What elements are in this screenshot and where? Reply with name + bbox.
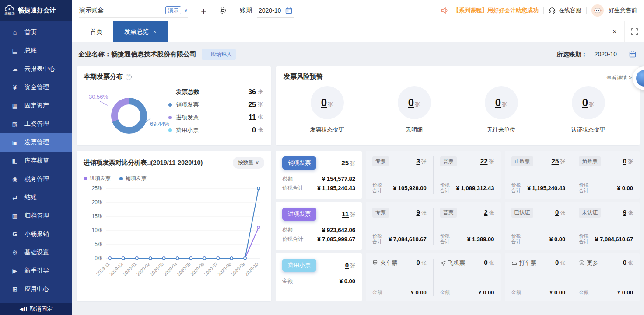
count-link[interactable]: 22 <box>480 157 488 165</box>
risk-unit: 张 <box>502 101 507 108</box>
calendar-icon[interactable] <box>629 51 636 58</box>
invoice-sub-panel: 火车票0张金额¥ 0.00飞机票0张金额¥ 0.00 <box>366 253 501 301</box>
sidebar-item-settings[interactable]: ⚙基础设置 <box>0 243 72 262</box>
cell-value: ¥ 0.00 <box>411 289 427 296</box>
svg-text:2020-07: 2020-07 <box>203 261 219 277</box>
sidebar-item-home[interactable]: ⌂首页 <box>0 23 72 42</box>
sidebar-item-label: 归档管理 <box>24 212 49 220</box>
tab-close-icon[interactable]: × <box>153 28 157 35</box>
avatar[interactable] <box>592 4 604 17</box>
promo-link[interactable]: 【系列课程】用好好会计助您成功 <box>453 7 539 14</box>
count-link[interactable]: 2 <box>484 208 487 216</box>
settings-icon: ⚙ <box>11 249 19 256</box>
sidebar-item-expense[interactable]: G小畅报销 <box>0 225 72 243</box>
count-unit: 张 <box>560 210 565 216</box>
legend-dot-icon <box>168 103 172 107</box>
sidebar-item-funds[interactable]: ¥资金管理 <box>0 78 72 97</box>
count-unit: 张 <box>421 260 427 266</box>
risk-item[interactable]: 0张认证状态变更 <box>545 86 632 134</box>
count-link[interactable]: 11 <box>342 210 349 218</box>
sidebar-item-guide[interactable]: ▶新手引导 <box>0 262 72 280</box>
count-link[interactable]: 0 <box>345 261 349 269</box>
unpin-bars-icon <box>24 307 27 311</box>
cell-label: 价税 合计 <box>579 182 588 194</box>
count-link[interactable]: 0 <box>555 208 559 216</box>
help-icon[interactable]: ? <box>126 74 132 80</box>
risk-count[interactable]: 0 <box>495 97 501 109</box>
svg-text:5张: 5张 <box>94 241 103 247</box>
sidebar-item-tax[interactable]: ◉税务管理 <box>0 170 72 188</box>
count-link[interactable]: 0 <box>555 259 559 266</box>
headset-icon <box>549 7 556 14</box>
chevron-down-icon[interactable]: ∨ <box>184 7 188 13</box>
count-link[interactable]: 0 <box>623 259 626 266</box>
view-details-link[interactable]: 查看详情 > <box>606 74 632 82</box>
cell-name: 飞机票 <box>440 259 465 267</box>
brand-name: 畅捷通好会计 <box>18 7 56 14</box>
svg-text:0张: 0张 <box>94 255 103 261</box>
calendar-icon[interactable] <box>285 7 292 14</box>
count-link[interactable]: 9 <box>416 208 420 216</box>
sidebar-item-closing[interactable]: ⇄结账 <box>0 188 72 207</box>
risk-count[interactable]: 0 <box>408 97 414 109</box>
invoice-row: 进项发票11张税额¥ 923,642.06价税合计¥ 7,085,999.67专… <box>276 202 640 250</box>
invoice-type-badge[interactable]: 销项发票 <box>282 156 316 170</box>
risk-circle: 0张 <box>398 86 431 119</box>
divider <box>586 7 587 14</box>
user-label[interactable]: 好生意售前 <box>609 7 637 14</box>
stat-label: 金额 <box>282 277 293 286</box>
close-all-icon[interactable]: × <box>605 21 624 42</box>
invoice-type-badge[interactable]: 进项发票 <box>282 208 316 221</box>
risk-count[interactable]: 0 <box>582 97 588 109</box>
sidebar-item-invoice[interactable]: ▣发票管理 <box>0 133 72 152</box>
by-quantity-dropdown[interactable]: 按数量 ∨ <box>233 157 264 169</box>
count-link[interactable]: 25 <box>341 159 349 166</box>
count-link[interactable]: 25 <box>552 157 559 165</box>
invoice-sub-cell: 已认证0张价税 合计¥ 0.00 <box>505 208 572 245</box>
tab-invoice-overview[interactable]: 发票总览 × <box>113 21 168 42</box>
sidebar-item-label: 总账 <box>24 47 37 55</box>
count-link[interactable]: 3 <box>416 157 420 165</box>
invoice-type-badge[interactable]: 费用小票 <box>282 259 316 272</box>
legend-row: 发票总数36张 <box>168 86 263 98</box>
cell-count: 0张 <box>623 157 633 166</box>
period-picker[interactable]: 2020-10 <box>257 3 294 18</box>
fullscreen-icon[interactable] <box>624 21 644 42</box>
sidebar-item-label: 首页 <box>24 28 37 36</box>
sidebar-item-inventory[interactable]: ◧库存核算 <box>0 152 72 170</box>
risk-unit: 张 <box>328 101 333 108</box>
risk-count[interactable]: 0 <box>321 97 327 109</box>
online-service-button[interactable]: 在线客服 <box>549 7 581 14</box>
cell-value: ¥ 1,195,240.43 <box>528 185 566 191</box>
add-account-set-button[interactable]: ＋ <box>199 6 208 15</box>
sidebar-item-ledger[interactable]: ▤总账 <box>0 42 72 60</box>
content: 企业名称： 畅捷通信息技术股份有限公司 一般纳税人 所选账期： 2020-10 … <box>72 42 644 315</box>
risk-item[interactable]: 0张发票状态变更 <box>284 86 371 134</box>
unpin-button[interactable]: ◀ 取消固定 <box>0 303 72 315</box>
sidebar-item-cloud-report[interactable]: ☁云报表中心 <box>0 60 72 78</box>
sidebar-item-apps[interactable]: ⊞应用中心 <box>0 280 72 298</box>
risk-item[interactable]: 0张无往来单位 <box>458 86 545 134</box>
invoice-sub-cell: 专票3张价税 合计¥ 105,928.00 <box>366 156 433 194</box>
company-row: 企业名称： 畅捷通信息技术股份有限公司 一般纳税人 所选账期： 2020-10 <box>72 42 644 66</box>
count-link[interactable]: 0 <box>623 157 626 165</box>
sidebar-item-fixed-assets[interactable]: ▦固定资产 <box>0 97 72 115</box>
legend-row: 销项发票25张 <box>168 98 263 111</box>
cell-name: 火车票 <box>372 259 397 267</box>
sidebar-item-salary[interactable]: ▧工资管理 <box>0 115 72 133</box>
expense-icon: G <box>11 231 19 238</box>
home-icon: ⌂ <box>11 29 19 36</box>
invoice-row: 销项发票25张税额¥ 154,577.82价税合计¥ 1,195,240.43专… <box>276 151 640 199</box>
stat-label: 价税合计 <box>282 235 303 244</box>
count-link[interactable]: 0 <box>484 259 487 266</box>
selected-period-picker[interactable]: 2020-10 <box>592 48 639 61</box>
tab-home[interactable]: 首页 <box>79 21 113 42</box>
account-set-field[interactable]: 演示账套 演示 ∨ <box>79 3 188 18</box>
risk-item[interactable]: 0张无明细 <box>371 86 458 134</box>
legend-row: 进项发票11张 <box>168 111 263 124</box>
gear-icon[interactable] <box>219 7 227 14</box>
count-link[interactable]: 0 <box>416 259 420 266</box>
sidebar-item-archive[interactable]: ▥归档管理 <box>0 207 72 225</box>
cell-label: 价税 合计 <box>579 233 588 245</box>
count-link[interactable]: 9 <box>623 208 626 216</box>
